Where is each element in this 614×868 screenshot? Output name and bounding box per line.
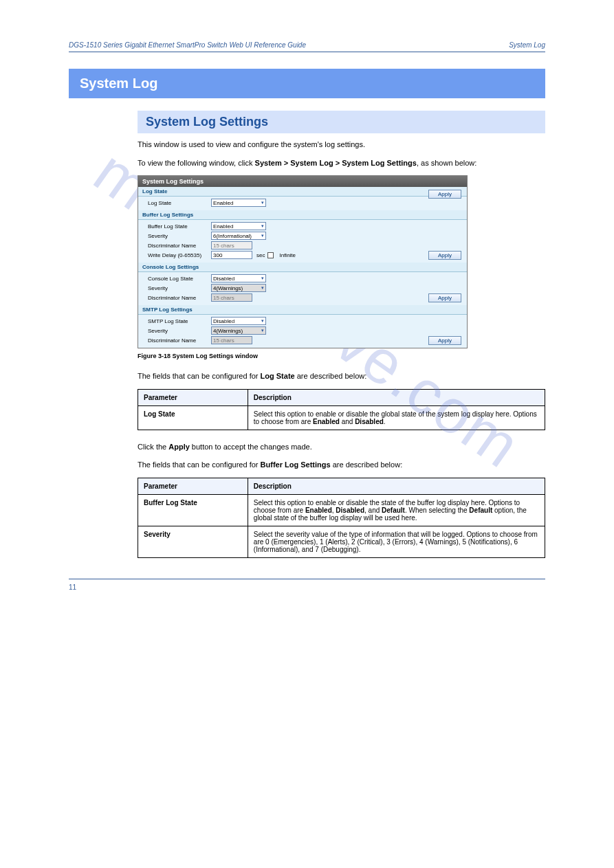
figure-caption: Figure 3-18 System Log Settings window: [138, 353, 545, 359]
page-number: 11: [69, 583, 545, 591]
text: The fields that can be configured for: [138, 372, 261, 380]
buffer-discr-label: Discriminator Name: [148, 243, 208, 249]
system-log-settings-panel: System Log Settings Log State Log State …: [138, 175, 468, 348]
section-head-buffer: Buffer Log Settings: [138, 210, 467, 219]
apply-button-smtp[interactable]: Apply: [428, 336, 461, 345]
console-severity-value: 4(Warnings): [213, 285, 243, 291]
console-state-select[interactable]: Disabled▾: [211, 274, 266, 282]
buffer-state-select[interactable]: Enabled▾: [211, 222, 266, 230]
section-head-log-state: Log State: [138, 187, 467, 196]
table-header-row: Parameter Description: [138, 478, 545, 494]
buffer-delay-label: Write Delay (0-65535): [148, 252, 208, 258]
log-state-select[interactable]: Enabled ▾: [211, 199, 266, 207]
apply-note: Click the Apply button to accept the cha…: [138, 441, 545, 453]
smtp-severity-select[interactable]: 4(Warnings)▾: [211, 326, 266, 335]
console-severity-select[interactable]: 4(Warnings)▾: [211, 284, 266, 292]
buffer-state-value: Enabled: [213, 223, 233, 230]
header-left: DGS-1510 Series Gigabit Ethernet SmartPr…: [69, 41, 306, 49]
text: Log State: [261, 372, 295, 380]
section-head-console: Console Log Settings: [138, 263, 467, 271]
param-desc: Select this option to enable or disable …: [248, 494, 545, 526]
apply-button-log-state[interactable]: Apply: [428, 190, 461, 199]
console-state-label: Console Log State: [148, 276, 208, 282]
table-row: Severity Select the severity value of th…: [138, 526, 545, 557]
buffer-delay-input[interactable]: [211, 251, 252, 259]
text: Default: [469, 507, 492, 514]
buffer-severity-label: Severity: [148, 233, 208, 239]
chevron-down-icon: ▾: [261, 200, 264, 205]
apply-button-buffer[interactable]: Apply: [428, 251, 461, 260]
param-name: Buffer Log State: [138, 494, 248, 526]
buffer-discr-input[interactable]: [211, 241, 252, 249]
table-row: Log State Select this option to enable o…: [138, 405, 545, 430]
header-right: System Log: [509, 41, 545, 49]
log-state-label: Log State: [148, 200, 208, 206]
footer-rule: [69, 579, 545, 579]
text: The fields that can be configured for: [138, 460, 261, 469]
console-state-value: Disabled: [213, 276, 234, 282]
chevron-down-icon: ▾: [261, 318, 264, 324]
console-severity-label: Severity: [148, 285, 208, 291]
table-header-row: Parameter Description: [138, 389, 545, 405]
text: are described below:: [295, 372, 367, 380]
text: Apply: [168, 443, 190, 451]
text: Disabled: [336, 507, 364, 514]
col-description: Description: [248, 389, 545, 405]
col-parameter: Parameter: [138, 389, 248, 405]
text: and: [340, 418, 355, 425]
nav-path: System > System Log > System Log Setting…: [255, 159, 417, 167]
buffer-lead: The fields that can be configured for Bu…: [138, 459, 545, 471]
chevron-down-icon: ▾: [261, 233, 264, 238]
smtp-state-value: Disabled: [213, 318, 234, 324]
chevron-down-icon: ▾: [261, 328, 264, 333]
log-state-lead: The fields that can be configured for Lo…: [138, 370, 545, 382]
text: are described below:: [331, 460, 403, 469]
text: Enabled: [313, 418, 340, 425]
text: button to accept the changes made.: [190, 443, 312, 451]
table-row: Buffer Log State Select this option to e…: [138, 494, 545, 526]
section-head-smtp: SMTP Log Settings: [138, 305, 467, 314]
chevron-down-icon: ▾: [261, 276, 264, 281]
buffer-delay-unit: sec: [256, 252, 265, 258]
text: .: [384, 418, 386, 425]
text: Click the: [138, 443, 168, 451]
buffer-log-table: Parameter Description Buffer Log State S…: [138, 478, 545, 558]
param-desc: Select this option to enable or disable …: [248, 405, 545, 430]
section-heading: System Log Settings: [138, 111, 545, 133]
smtp-severity-value: 4(Warnings): [213, 328, 243, 334]
buffer-severity-select[interactable]: 6(Informational)▾: [211, 232, 266, 240]
smtp-discr-input[interactable]: [211, 336, 252, 344]
text: , and: [364, 507, 382, 514]
header-rule: [69, 52, 545, 52]
buffer-state-label: Buffer Log State: [148, 223, 208, 230]
console-discr-label: Discriminator Name: [148, 295, 208, 301]
section-intro-1: This window is used to view and configur…: [138, 139, 545, 151]
apply-button-console[interactable]: Apply: [428, 293, 461, 302]
text: . When selecting the: [405, 507, 469, 514]
chapter-heading: System Log: [69, 69, 545, 98]
infinite-checkbox[interactable]: [267, 252, 274, 258]
text: Select this option to enable or disable …: [254, 410, 537, 425]
console-discr-input[interactable]: [211, 293, 252, 302]
smtp-discr-label: Discriminator Name: [148, 337, 208, 344]
log-state-table: Parameter Description Log State Select t…: [138, 389, 545, 430]
text: Disabled: [355, 418, 384, 425]
nav-lead: To view the following window, click: [138, 159, 255, 167]
chevron-down-icon: ▾: [261, 223, 264, 229]
text: Default: [382, 507, 405, 514]
smtp-severity-label: Severity: [148, 328, 208, 334]
infinite-label: Infinite: [279, 252, 296, 258]
smtp-state-label: SMTP Log State: [148, 318, 208, 324]
text: Buffer Log Settings: [261, 460, 331, 469]
param-desc: Select the severity value of the type of…: [248, 526, 545, 557]
param-name: Log State: [138, 405, 248, 430]
col-description: Description: [248, 478, 545, 494]
log-state-value: Enabled: [213, 200, 233, 206]
page-header: DGS-1510 Series Gigabit Ethernet SmartPr…: [69, 41, 545, 49]
smtp-state-select[interactable]: Disabled▾: [211, 317, 266, 325]
panel-title: System Log Settings: [138, 176, 467, 187]
buffer-severity-value: 6(Informational): [213, 233, 252, 239]
chevron-down-icon: ▾: [261, 285, 264, 291]
col-parameter: Parameter: [138, 478, 248, 494]
section-intro-2: To view the following window, click Syst…: [138, 157, 545, 169]
